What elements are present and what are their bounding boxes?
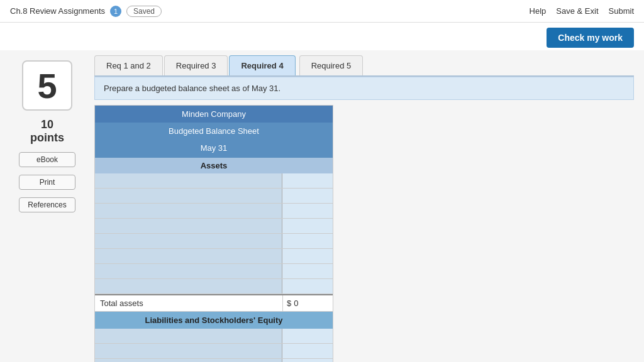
tabs: Req 1 and 2 Required 3 Required 4 Requir… bbox=[94, 55, 634, 77]
asset-row-2 bbox=[95, 189, 333, 204]
asset-label-input-2[interactable] bbox=[100, 191, 277, 200]
asset-value-input-3[interactable] bbox=[286, 206, 329, 216]
asset-value-input-4[interactable] bbox=[286, 221, 329, 231]
main-content: 5 10 points eBook Print References Req 1… bbox=[0, 50, 644, 362]
asset-row-6 bbox=[95, 249, 333, 264]
check-my-work-button[interactable]: Check my work bbox=[547, 28, 634, 48]
asset-label-2[interactable] bbox=[95, 189, 282, 203]
print-button[interactable]: Print bbox=[19, 175, 75, 190]
asset-value-3[interactable] bbox=[282, 204, 333, 218]
asset-value-input-8[interactable] bbox=[286, 282, 329, 291]
asset-row-5 bbox=[95, 234, 333, 249]
total-assets-label: Total assets bbox=[95, 295, 282, 311]
points-value: 10 bbox=[30, 118, 64, 131]
submit-link[interactable]: Submit bbox=[609, 6, 634, 16]
liability-label-input-2[interactable] bbox=[100, 346, 277, 356]
table-subtitle: Budgeted Balance Sheet bbox=[95, 123, 333, 140]
assets-header: Assets bbox=[95, 158, 333, 173]
asset-value-6[interactable] bbox=[282, 249, 333, 263]
asset-value-4[interactable] bbox=[282, 219, 333, 233]
asset-row-1 bbox=[95, 173, 333, 189]
asset-row-3 bbox=[95, 204, 333, 219]
asset-label-7[interactable] bbox=[95, 264, 282, 278]
top-bar-left: Ch.8 Review Assignments 1 Saved bbox=[10, 6, 162, 17]
points-label: points bbox=[30, 131, 64, 145]
liability-value-2[interactable] bbox=[282, 344, 333, 358]
total-assets-value: $ 0 bbox=[282, 295, 333, 311]
liability-label-2[interactable] bbox=[95, 344, 282, 358]
sidebar: 5 10 points eBook Print References bbox=[0, 50, 94, 362]
asset-label-input-1[interactable] bbox=[100, 176, 277, 185]
top-bar-right: Help Save & Exit Submit bbox=[530, 6, 634, 16]
asset-value-5[interactable] bbox=[282, 234, 333, 248]
asset-value-input-2[interactable] bbox=[286, 191, 329, 200]
asset-row-7 bbox=[95, 264, 333, 279]
asset-label-input-7[interactable] bbox=[100, 266, 277, 276]
asset-label-6[interactable] bbox=[95, 249, 282, 263]
references-button[interactable]: References bbox=[19, 197, 75, 212]
liability-label-input-1[interactable] bbox=[100, 331, 277, 341]
app-title: Ch.8 Review Assignments bbox=[10, 6, 105, 16]
asset-value-8[interactable] bbox=[282, 279, 333, 293]
help-link[interactable]: Help bbox=[530, 6, 547, 16]
asset-value-input-5[interactable] bbox=[286, 236, 329, 246]
ebook-button[interactable]: eBook bbox=[19, 152, 75, 167]
asset-label-input-8[interactable] bbox=[100, 282, 277, 291]
asset-row-8 bbox=[95, 279, 333, 294]
tab-req-1-2[interactable]: Req 1 and 2 bbox=[94, 55, 163, 75]
asset-label-input-6[interactable] bbox=[100, 251, 277, 261]
top-bar: Ch.8 Review Assignments 1 Saved Help Sav… bbox=[0, 0, 644, 23]
asset-value-input-7[interactable] bbox=[286, 266, 329, 276]
saved-status: Saved bbox=[126, 6, 162, 17]
asset-label-1[interactable] bbox=[95, 173, 282, 188]
instruction-bar: Prepare a budgeted balance sheet as of M… bbox=[94, 77, 634, 100]
asset-label-5[interactable] bbox=[95, 234, 282, 248]
asset-value-7[interactable] bbox=[282, 264, 333, 278]
asset-row-4 bbox=[95, 219, 333, 234]
tab-required-3[interactable]: Required 3 bbox=[164, 55, 228, 75]
total-assets-row: Total assets $ 0 bbox=[95, 294, 333, 312]
asset-value-input-6[interactable] bbox=[286, 251, 329, 261]
balance-sheet-table: Minden Company Budgeted Balance Sheet Ma… bbox=[94, 105, 333, 362]
total-assets-number: 0 bbox=[294, 299, 298, 308]
asset-value-1[interactable] bbox=[282, 173, 333, 188]
content-area: Req 1 and 2 Required 3 Required 4 Requir… bbox=[94, 50, 644, 362]
save-exit-link[interactable]: Save & Exit bbox=[556, 6, 598, 16]
tab-required-4[interactable]: Required 4 bbox=[229, 55, 295, 75]
tab-required-5[interactable]: Required 5 bbox=[299, 55, 364, 75]
asset-label-input-4[interactable] bbox=[100, 221, 277, 231]
table-company-name: Minden Company bbox=[95, 106, 333, 123]
liability-label-3[interactable] bbox=[95, 359, 282, 362]
asset-value-2[interactable] bbox=[282, 189, 333, 203]
liability-value-input-1[interactable] bbox=[286, 331, 329, 341]
step-number: 5 bbox=[22, 60, 72, 111]
liability-value-1[interactable] bbox=[282, 329, 333, 343]
asset-label-8[interactable] bbox=[95, 279, 282, 293]
asset-label-input-3[interactable] bbox=[100, 206, 277, 216]
asset-label-input-5[interactable] bbox=[100, 236, 277, 246]
liability-row-1 bbox=[95, 329, 333, 344]
asset-label-3[interactable] bbox=[95, 204, 282, 218]
liability-row-3 bbox=[95, 359, 333, 362]
asset-value-input-1[interactable] bbox=[286, 176, 329, 185]
liability-label-1[interactable] bbox=[95, 329, 282, 343]
badge: 1 bbox=[110, 6, 121, 17]
asset-label-4[interactable] bbox=[95, 219, 282, 233]
liability-value-3[interactable] bbox=[282, 359, 333, 362]
liability-value-input-2[interactable] bbox=[286, 346, 329, 356]
total-assets-symbol: $ bbox=[287, 299, 291, 308]
liabilities-header: Liabilities and Stockholders' Equity bbox=[95, 312, 333, 329]
table-date: May 31 bbox=[95, 140, 333, 158]
points-display: 10 points bbox=[30, 118, 64, 145]
liability-row-2 bbox=[95, 344, 333, 359]
